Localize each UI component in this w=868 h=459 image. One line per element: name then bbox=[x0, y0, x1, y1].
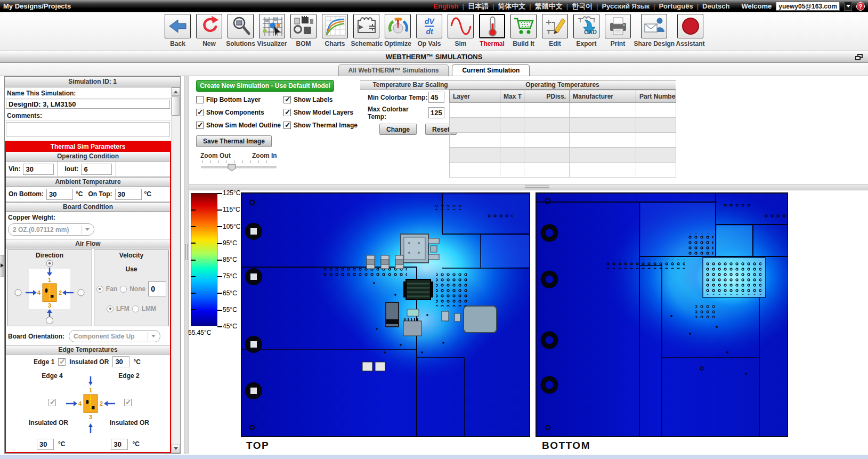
section-header-temperature-bar-scaling: Temperature Bar Scaling bbox=[360, 80, 460, 90]
thermal-image-bottom[interactable] bbox=[536, 192, 788, 437]
iout-input[interactable] bbox=[81, 164, 112, 175]
edge2-temp-input[interactable] bbox=[111, 439, 128, 450]
fan-radio[interactable] bbox=[96, 286, 103, 293]
checkbox-box[interactable] bbox=[283, 96, 291, 103]
toolbar-button-edit[interactable]: Edit bbox=[540, 14, 571, 47]
left-panel-scrollbar[interactable] bbox=[171, 87, 180, 453]
board-orientation-value: Component Side Up bbox=[74, 333, 143, 340]
toolbar-button-assistant[interactable]: Assistant bbox=[675, 14, 706, 47]
checkbox-show-thermal-image[interactable]: Show Thermal Image bbox=[283, 122, 364, 129]
lmm-radio[interactable] bbox=[132, 305, 139, 312]
air-flow-direction-diagram[interactable]: 1 4 2 3 bbox=[10, 259, 90, 324]
account-dropdown-button[interactable] bbox=[844, 2, 852, 11]
checkbox-show-labels[interactable]: Show Labels bbox=[283, 96, 364, 103]
scroll-up-button[interactable] bbox=[172, 87, 180, 96]
checkbox-show-model-layers[interactable]: Show Model Layers bbox=[283, 109, 364, 116]
comments-textarea[interactable] bbox=[6, 122, 170, 136]
toolbar-button-thermal[interactable]: Thermal bbox=[477, 14, 508, 47]
help-icon[interactable]: ? bbox=[856, 2, 865, 11]
on-bottom-input[interactable] bbox=[46, 189, 73, 200]
checkbox-box[interactable] bbox=[196, 96, 204, 103]
edge4-temp-input[interactable] bbox=[37, 439, 54, 450]
edge4-insulated-checkbox[interactable] bbox=[48, 399, 56, 406]
language-link[interactable]: English bbox=[434, 2, 459, 10]
table-row[interactable] bbox=[450, 163, 676, 178]
checkbox-box[interactable] bbox=[283, 122, 291, 129]
table-row[interactable] bbox=[450, 103, 676, 118]
table-row[interactable] bbox=[450, 133, 676, 148]
zoom-labels: Zoom Out Zoom In bbox=[196, 152, 364, 159]
toolbar-button-op-vals[interactable]: dVdt Op Vals bbox=[414, 14, 445, 47]
simulation-name-input[interactable] bbox=[6, 100, 170, 109]
toolbar-button-visualizer[interactable]: Visualizer bbox=[257, 14, 288, 47]
language-link[interactable]: Português bbox=[659, 2, 693, 10]
edge2-insulated-checkbox[interactable] bbox=[124, 399, 132, 406]
language-link[interactable]: 한국어 bbox=[572, 2, 593, 11]
checkbox-label: Show Labels bbox=[294, 96, 332, 103]
checkbox-box[interactable] bbox=[283, 109, 291, 116]
language-link[interactable]: 繁體中文 bbox=[535, 2, 563, 11]
edge1-insulated-checkbox[interactable] bbox=[58, 358, 66, 366]
toolbar-button-print[interactable]: Print bbox=[603, 14, 634, 47]
restore-window-icon[interactable] bbox=[855, 54, 863, 60]
max-colorbar-input[interactable] bbox=[428, 107, 444, 118]
tab-current-simulation[interactable]: Current Simulation bbox=[452, 65, 530, 76]
unit-label: °C bbox=[132, 440, 139, 448]
vertical-splitter[interactable] bbox=[184, 76, 189, 454]
language-link[interactable]: 日本語 bbox=[468, 2, 489, 11]
account-dropdown[interactable]: yuewy05@163.com bbox=[776, 2, 840, 11]
insulated-or-label: Insulated OR bbox=[17, 419, 80, 426]
lfm-radio[interactable] bbox=[107, 305, 113, 312]
edge1-row: Edge 1 Insulated OR °C bbox=[6, 355, 170, 369]
min-colorbar-input[interactable] bbox=[428, 92, 444, 103]
section-header-ambient-temperature: Ambient Temperature bbox=[6, 177, 170, 187]
toolbar-button-new[interactable]: New bbox=[194, 14, 225, 47]
slider-thumb[interactable] bbox=[228, 164, 236, 171]
checkbox-show-components[interactable]: Show Components bbox=[196, 109, 283, 116]
edge1-temp-input[interactable] bbox=[112, 356, 129, 367]
velocity-input[interactable] bbox=[148, 281, 166, 296]
none-radio[interactable] bbox=[120, 286, 127, 293]
vin-input[interactable] bbox=[23, 164, 54, 175]
scrollbar-thumb[interactable] bbox=[172, 96, 180, 116]
copper-weight-select[interactable]: 2 OZ.(0.07112 mm) bbox=[8, 223, 94, 236]
checkbox-show-sim-model-outline[interactable]: Show Sim Model Outline bbox=[196, 122, 283, 129]
toolbar-button-solutions[interactable]: Solutions bbox=[225, 14, 256, 47]
change-button[interactable]: Change bbox=[379, 124, 417, 135]
on-top-input[interactable] bbox=[115, 189, 142, 200]
checkbox-box[interactable] bbox=[196, 122, 204, 129]
column-header[interactable]: Layer bbox=[450, 90, 500, 103]
panel-collapse-handle[interactable] bbox=[0, 255, 5, 277]
toolbar-button-schematic[interactable]: Schematic bbox=[351, 14, 382, 47]
toolbar-button-back[interactable]: Back bbox=[163, 14, 193, 47]
toolbar-button-share-design[interactable]: Share Design bbox=[634, 14, 675, 47]
column-header[interactable]: Part Number bbox=[636, 90, 676, 103]
create-new-simulation-button[interactable]: Create New Simulation - Use Default Mode… bbox=[196, 80, 334, 92]
checkbox-box[interactable] bbox=[196, 109, 204, 116]
table-cell bbox=[500, 118, 524, 133]
tab-all-simulations[interactable]: All WebTHERM™ Simulations bbox=[338, 65, 449, 76]
checkbox-flip-bottom-layer[interactable]: Flip Bottom Layer bbox=[196, 96, 283, 103]
toolbar-button-build-it[interactable]: Build It bbox=[508, 14, 539, 47]
table-row[interactable] bbox=[450, 148, 676, 163]
insulated-or-label: Insulated OR bbox=[98, 419, 161, 426]
column-header[interactable]: Manufacturer bbox=[570, 90, 636, 103]
save-thermal-image-button[interactable]: Save Thermal Image bbox=[196, 135, 272, 147]
thermal-image-top[interactable] bbox=[241, 192, 530, 437]
horizontal-splitter[interactable] bbox=[189, 184, 868, 190]
toolbar-button-optimize[interactable]: Optimize bbox=[383, 14, 413, 47]
toolbar-button-export[interactable]: CAD Export bbox=[571, 14, 602, 47]
board-orientation-select[interactable]: Component Side Up bbox=[69, 330, 160, 342]
zoom-slider[interactable] bbox=[198, 159, 283, 172]
column-header[interactable]: Max T bbox=[500, 90, 524, 103]
toolbar-button-bom[interactable]: BOM bbox=[288, 14, 319, 47]
column-header[interactable]: PDiss. bbox=[524, 90, 570, 103]
toolbar-button-charts[interactable]: Charts bbox=[320, 14, 351, 47]
language-link[interactable]: 简体中文 bbox=[498, 2, 525, 11]
language-link[interactable]: Русский Язык bbox=[602, 2, 650, 10]
table-row[interactable] bbox=[450, 118, 676, 133]
toolbar-button-sim[interactable]: Sim bbox=[445, 14, 476, 47]
scroll-down-button[interactable] bbox=[172, 445, 180, 453]
table-cell bbox=[500, 163, 524, 178]
language-link[interactable]: Deutsch bbox=[702, 2, 729, 10]
